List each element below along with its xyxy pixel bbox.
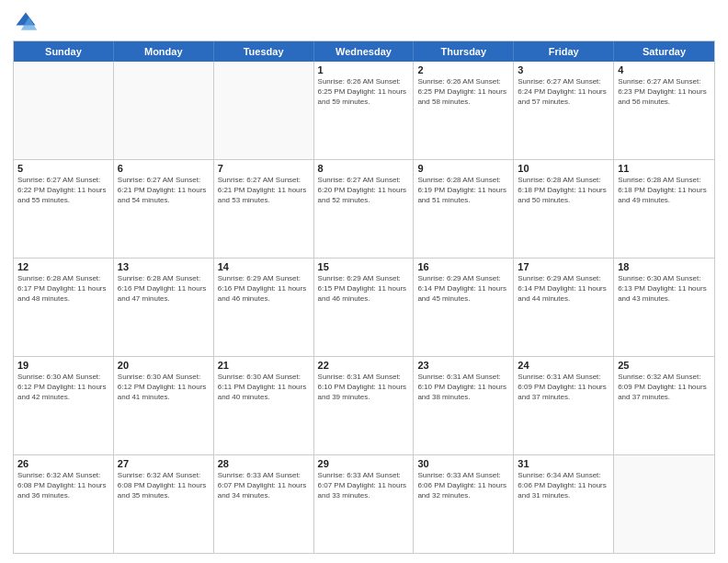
calendar-cell: 3Sunrise: 6:27 AM Sunset: 6:24 PM Daylig… bbox=[514, 62, 614, 159]
day-number: 7 bbox=[218, 163, 310, 174]
calendar-cell: 27Sunrise: 6:32 AM Sunset: 6:08 PM Dayli… bbox=[114, 455, 214, 553]
day-number: 3 bbox=[518, 64, 609, 75]
day-number: 26 bbox=[17, 458, 109, 469]
day-info: Sunrise: 6:28 AM Sunset: 6:18 PM Dayligh… bbox=[618, 176, 711, 205]
calendar-cell: 18Sunrise: 6:30 AM Sunset: 6:13 PM Dayli… bbox=[614, 259, 714, 356]
calendar-cell: 8Sunrise: 6:27 AM Sunset: 6:20 PM Daylig… bbox=[314, 160, 415, 258]
calendar-cell: 26Sunrise: 6:32 AM Sunset: 6:08 PM Dayli… bbox=[14, 455, 114, 553]
week-row-1: 1Sunrise: 6:26 AM Sunset: 6:25 PM Daylig… bbox=[14, 62, 714, 159]
calendar-cell: 14Sunrise: 6:29 AM Sunset: 6:16 PM Dayli… bbox=[214, 259, 314, 356]
week-row-4: 19Sunrise: 6:30 AM Sunset: 6:12 PM Dayli… bbox=[14, 356, 714, 454]
calendar-cell bbox=[214, 62, 314, 159]
day-number: 14 bbox=[218, 261, 310, 272]
day-number: 19 bbox=[17, 360, 109, 371]
calendar-cell: 2Sunrise: 6:26 AM Sunset: 6:25 PM Daylig… bbox=[414, 62, 514, 159]
day-info: Sunrise: 6:27 AM Sunset: 6:22 PM Dayligh… bbox=[17, 176, 109, 205]
header-day-friday: Friday bbox=[514, 41, 614, 62]
calendar-header: SundayMondayTuesdayWednesdayThursdayFrid… bbox=[14, 41, 714, 62]
day-info: Sunrise: 6:29 AM Sunset: 6:14 PM Dayligh… bbox=[417, 274, 509, 304]
calendar: SundayMondayTuesdayWednesdayThursdayFrid… bbox=[13, 40, 715, 554]
logo-icon bbox=[13, 9, 39, 35]
day-number: 17 bbox=[518, 261, 609, 272]
calendar-cell: 5Sunrise: 6:27 AM Sunset: 6:22 PM Daylig… bbox=[14, 160, 114, 258]
day-info: Sunrise: 6:27 AM Sunset: 6:21 PM Dayligh… bbox=[218, 176, 310, 205]
calendar-cell: 23Sunrise: 6:31 AM Sunset: 6:10 PM Dayli… bbox=[414, 357, 514, 454]
calendar-cell: 15Sunrise: 6:29 AM Sunset: 6:15 PM Dayli… bbox=[314, 259, 415, 356]
day-info: Sunrise: 6:31 AM Sunset: 6:10 PM Dayligh… bbox=[318, 373, 410, 402]
calendar-cell: 28Sunrise: 6:33 AM Sunset: 6:07 PM Dayli… bbox=[214, 455, 314, 553]
day-info: Sunrise: 6:29 AM Sunset: 6:14 PM Dayligh… bbox=[518, 274, 609, 304]
day-info: Sunrise: 6:27 AM Sunset: 6:20 PM Dayligh… bbox=[318, 176, 410, 205]
day-info: Sunrise: 6:31 AM Sunset: 6:09 PM Dayligh… bbox=[518, 373, 609, 402]
day-info: Sunrise: 6:28 AM Sunset: 6:16 PM Dayligh… bbox=[118, 274, 210, 304]
day-info: Sunrise: 6:29 AM Sunset: 6:15 PM Dayligh… bbox=[318, 274, 410, 304]
header bbox=[13, 9, 715, 35]
day-info: Sunrise: 6:30 AM Sunset: 6:11 PM Dayligh… bbox=[218, 373, 310, 402]
day-number: 22 bbox=[318, 360, 410, 371]
day-info: Sunrise: 6:26 AM Sunset: 6:25 PM Dayligh… bbox=[318, 77, 410, 107]
week-row-5: 26Sunrise: 6:32 AM Sunset: 6:08 PM Dayli… bbox=[14, 454, 714, 553]
header-day-wednesday: Wednesday bbox=[314, 41, 415, 62]
calendar-cell: 20Sunrise: 6:30 AM Sunset: 6:12 PM Dayli… bbox=[114, 357, 214, 454]
calendar-cell: 9Sunrise: 6:28 AM Sunset: 6:19 PM Daylig… bbox=[414, 160, 514, 258]
week-row-3: 12Sunrise: 6:28 AM Sunset: 6:17 PM Dayli… bbox=[14, 258, 714, 356]
page: SundayMondayTuesdayWednesdayThursdayFrid… bbox=[0, 0, 728, 563]
day-number: 15 bbox=[318, 261, 410, 272]
day-number: 16 bbox=[417, 261, 509, 272]
day-number: 6 bbox=[118, 163, 210, 174]
calendar-cell: 22Sunrise: 6:31 AM Sunset: 6:10 PM Dayli… bbox=[314, 357, 415, 454]
calendar-cell: 21Sunrise: 6:30 AM Sunset: 6:11 PM Dayli… bbox=[214, 357, 314, 454]
day-number: 18 bbox=[618, 261, 711, 272]
day-info: Sunrise: 6:33 AM Sunset: 6:06 PM Dayligh… bbox=[417, 471, 509, 500]
day-number: 8 bbox=[318, 163, 410, 174]
day-number: 9 bbox=[417, 163, 509, 174]
day-number: 27 bbox=[118, 458, 210, 469]
calendar-cell: 25Sunrise: 6:32 AM Sunset: 6:09 PM Dayli… bbox=[614, 357, 714, 454]
calendar-cell: 10Sunrise: 6:28 AM Sunset: 6:18 PM Dayli… bbox=[514, 160, 614, 258]
day-info: Sunrise: 6:28 AM Sunset: 6:17 PM Dayligh… bbox=[17, 274, 109, 304]
day-info: Sunrise: 6:31 AM Sunset: 6:10 PM Dayligh… bbox=[417, 373, 509, 402]
day-number: 24 bbox=[518, 360, 609, 371]
calendar-cell: 31Sunrise: 6:34 AM Sunset: 6:06 PM Dayli… bbox=[514, 455, 614, 553]
day-info: Sunrise: 6:34 AM Sunset: 6:06 PM Dayligh… bbox=[518, 471, 609, 500]
calendar-cell bbox=[614, 455, 714, 553]
day-info: Sunrise: 6:30 AM Sunset: 6:12 PM Dayligh… bbox=[17, 373, 109, 402]
calendar-cell: 12Sunrise: 6:28 AM Sunset: 6:17 PM Dayli… bbox=[14, 259, 114, 356]
day-info: Sunrise: 6:28 AM Sunset: 6:19 PM Dayligh… bbox=[417, 176, 509, 205]
day-number: 10 bbox=[518, 163, 609, 174]
day-number: 23 bbox=[417, 360, 509, 371]
day-number: 4 bbox=[618, 64, 711, 75]
day-info: Sunrise: 6:27 AM Sunset: 6:24 PM Dayligh… bbox=[518, 77, 609, 107]
calendar-cell: 19Sunrise: 6:30 AM Sunset: 6:12 PM Dayli… bbox=[14, 357, 114, 454]
day-number: 31 bbox=[518, 458, 609, 469]
calendar-cell: 7Sunrise: 6:27 AM Sunset: 6:21 PM Daylig… bbox=[214, 160, 314, 258]
calendar-cell: 17Sunrise: 6:29 AM Sunset: 6:14 PM Dayli… bbox=[514, 259, 614, 356]
day-info: Sunrise: 6:32 AM Sunset: 6:09 PM Dayligh… bbox=[618, 373, 711, 402]
header-day-monday: Monday bbox=[114, 41, 214, 62]
calendar-cell: 13Sunrise: 6:28 AM Sunset: 6:16 PM Dayli… bbox=[114, 259, 214, 356]
calendar-body: 1Sunrise: 6:26 AM Sunset: 6:25 PM Daylig… bbox=[14, 62, 714, 553]
calendar-cell bbox=[114, 62, 214, 159]
day-number: 11 bbox=[618, 163, 711, 174]
day-info: Sunrise: 6:33 AM Sunset: 6:07 PM Dayligh… bbox=[318, 471, 410, 500]
day-number: 1 bbox=[318, 64, 410, 75]
day-info: Sunrise: 6:27 AM Sunset: 6:23 PM Dayligh… bbox=[618, 77, 711, 107]
day-info: Sunrise: 6:26 AM Sunset: 6:25 PM Dayligh… bbox=[417, 77, 509, 107]
header-day-tuesday: Tuesday bbox=[214, 41, 314, 62]
calendar-cell: 4Sunrise: 6:27 AM Sunset: 6:23 PM Daylig… bbox=[614, 62, 714, 159]
day-number: 25 bbox=[618, 360, 711, 371]
day-number: 12 bbox=[17, 261, 109, 272]
day-number: 28 bbox=[218, 458, 310, 469]
header-day-sunday: Sunday bbox=[14, 41, 114, 62]
calendar-cell: 30Sunrise: 6:33 AM Sunset: 6:06 PM Dayli… bbox=[414, 455, 514, 553]
header-day-thursday: Thursday bbox=[414, 41, 514, 62]
day-info: Sunrise: 6:33 AM Sunset: 6:07 PM Dayligh… bbox=[218, 471, 310, 500]
calendar-cell: 16Sunrise: 6:29 AM Sunset: 6:14 PM Dayli… bbox=[414, 259, 514, 356]
day-number: 29 bbox=[318, 458, 410, 469]
header-day-saturday: Saturday bbox=[614, 41, 714, 62]
day-number: 5 bbox=[17, 163, 109, 174]
day-info: Sunrise: 6:28 AM Sunset: 6:18 PM Dayligh… bbox=[518, 176, 609, 205]
week-row-2: 5Sunrise: 6:27 AM Sunset: 6:22 PM Daylig… bbox=[14, 159, 714, 258]
calendar-cell: 24Sunrise: 6:31 AM Sunset: 6:09 PM Dayli… bbox=[514, 357, 614, 454]
calendar-cell: 29Sunrise: 6:33 AM Sunset: 6:07 PM Dayli… bbox=[314, 455, 415, 553]
